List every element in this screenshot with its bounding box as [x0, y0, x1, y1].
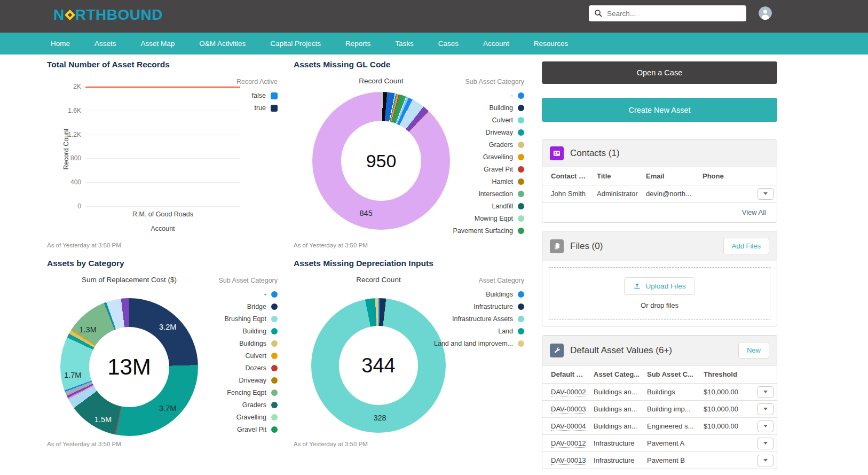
dashboard-app: NRTHBOUND HomeAssetsAsset MapO&M Activit…	[0, 0, 868, 475]
slice-label: 3.7M	[159, 404, 176, 412]
table-row: DAV-00012InfrastructurePavement A	[542, 434, 777, 451]
legend-label: Gravelling	[236, 414, 266, 421]
y-axis-label: Record Count	[62, 117, 70, 181]
column-header[interactable]: Threshold	[700, 367, 753, 381]
column-header[interactable]: Asset Categ...	[590, 367, 644, 381]
column-header[interactable]: Title	[594, 169, 643, 183]
chart-title: Assets by Category	[47, 259, 278, 268]
add-files-button[interactable]: Add Files	[723, 238, 769, 254]
row-actions-dropdown[interactable]	[757, 403, 774, 415]
northbound-logo[interactable]: NRTHBOUND	[53, 6, 163, 24]
legend-item[interactable]: Mowing Eqpt	[453, 215, 524, 222]
depreciation-donut-chart[interactable]: 344 328	[311, 298, 446, 433]
legend-item[interactable]: Culvert	[453, 116, 524, 124]
legend-item[interactable]: Land and land improvem...	[434, 340, 524, 347]
column-header[interactable]: Phone	[699, 169, 753, 183]
row-actions-dropdown[interactable]	[757, 188, 774, 200]
nav-tab-capital-projects[interactable]: Capital Projects	[258, 33, 333, 54]
legend-swatch	[518, 166, 524, 173]
legend-item[interactable]: -	[453, 92, 524, 99]
column-header[interactable]: Email	[643, 169, 699, 183]
legend-item[interactable]: Pavement Surfacing	[453, 227, 524, 235]
row-actions-dropdown[interactable]	[757, 455, 774, 466]
legend-item[interactable]: false	[236, 92, 278, 99]
record-link[interactable]: DAV-00002	[551, 388, 586, 396]
legend-item[interactable]: Buildings	[219, 340, 278, 347]
legend-item[interactable]: Culvert	[219, 352, 278, 360]
legend-item[interactable]: Gravel Pit	[219, 426, 278, 433]
legend-swatch	[518, 129, 524, 136]
legend-item[interactable]: Intersection	[453, 190, 524, 198]
legend-item[interactable]: Graders	[219, 401, 278, 409]
legend-item[interactable]: Driveway	[453, 129, 524, 136]
legend-label: false	[252, 92, 266, 99]
legend-item[interactable]: Fencing Eqpt	[219, 389, 278, 396]
column-header[interactable]: Sub Asset C...	[644, 367, 700, 381]
search-input[interactable]	[603, 10, 746, 18]
legend-item[interactable]: Buildings	[434, 291, 524, 298]
create-new-asset-button[interactable]: Create New Asset	[542, 98, 777, 122]
legend-item[interactable]: -	[219, 291, 278, 298]
new-button[interactable]: New	[738, 342, 769, 359]
nav-tab-account[interactable]: Account	[471, 33, 522, 54]
files-card-title[interactable]: Files (0)	[570, 241, 723, 252]
user-avatar[interactable]	[759, 6, 772, 20]
legend-label: true	[254, 104, 266, 112]
nav-tab-o-m-activities[interactable]: O&M Activities	[187, 33, 258, 54]
files-dropzone[interactable]: Upload Files Or drop files	[549, 267, 770, 320]
row-actions-dropdown[interactable]	[757, 421, 774, 432]
legend-item[interactable]: Infrastructure Assets	[434, 315, 524, 323]
nav-tab-home[interactable]: Home	[38, 33, 82, 54]
nav-tab-cases[interactable]: Cases	[426, 33, 471, 54]
legend-item[interactable]: Land	[434, 328, 524, 335]
chevron-down-icon	[763, 459, 768, 462]
record-link[interactable]: DAV-00003	[551, 405, 586, 414]
dav-card-title[interactable]: Default Asset Values (6+)	[570, 345, 738, 356]
bar-legend: Record Activefalsetrue	[236, 78, 278, 116]
legend-item[interactable]: Dozers	[219, 364, 278, 372]
legend-item[interactable]: true	[236, 104, 278, 112]
row-actions-dropdown[interactable]	[757, 386, 774, 398]
view-all-link[interactable]: View All	[742, 208, 766, 216]
right-panel: Open a Case Create New Asset Contacts (1…	[542, 61, 777, 469]
nav-tab-reports[interactable]: Reports	[333, 33, 383, 54]
record-link[interactable]: DAV-00012	[551, 439, 586, 448]
legend-label: Gravel Pit	[237, 426, 266, 433]
legend-item[interactable]: Gravel Pit	[453, 166, 524, 173]
donut-hole: 950	[341, 121, 421, 201]
record-link[interactable]: DAV-00013	[551, 456, 586, 465]
gl-donut-chart[interactable]: 950 845	[312, 92, 450, 230]
legend-item[interactable]: Building	[453, 104, 524, 112]
primary-nav: HomeAssetsAsset MapO&M ActivitiesCapital…	[0, 33, 868, 54]
legend-item[interactable]: Hamlet	[453, 178, 524, 185]
legend-item[interactable]: Driveway	[219, 377, 278, 384]
legend-swatch	[518, 316, 524, 322]
row-actions-dropdown[interactable]	[757, 438, 774, 449]
column-header[interactable]: Contact Na...	[542, 169, 594, 183]
y-tick-label: 0	[77, 203, 81, 210]
record-link[interactable]: DAV-00004	[551, 422, 586, 431]
legend-item[interactable]: Graders	[453, 141, 524, 149]
legend-item[interactable]: Gravelling	[219, 414, 278, 421]
contacts-card-title[interactable]: Contacts (1)	[570, 148, 769, 159]
table-cell: $10,000.00	[700, 402, 753, 416]
legend-item[interactable]: Brushing Eqpt	[219, 315, 278, 323]
upload-files-button[interactable]: Upload Files	[624, 277, 695, 295]
column-header[interactable]: Default As...	[542, 367, 590, 381]
table-row: DAV-00013InfrastructurePavement B	[542, 451, 777, 469]
legend-label: Brushing Eqpt	[224, 315, 266, 323]
record-link[interactable]: John Smith	[551, 190, 586, 198]
legend-item[interactable]: Building	[219, 328, 278, 335]
nav-tab-tasks[interactable]: Tasks	[383, 33, 426, 54]
legend-swatch	[271, 340, 278, 347]
table-cell	[699, 191, 753, 197]
category-donut-chart[interactable]: 13M 3.2M3.7M1.5M1.7M1.3M	[60, 298, 198, 436]
open-case-button[interactable]: Open a Case	[542, 61, 777, 84]
legend-item[interactable]: Bridge	[219, 303, 278, 310]
legend-item[interactable]: Landfill	[453, 203, 524, 210]
legend-item[interactable]: Gravelling	[453, 153, 524, 161]
nav-tab-resources[interactable]: Resources	[522, 33, 581, 54]
nav-tab-asset-map[interactable]: Asset Map	[129, 33, 187, 54]
nav-tab-assets[interactable]: Assets	[82, 33, 129, 54]
legend-item[interactable]: Infrastructure	[434, 303, 524, 310]
